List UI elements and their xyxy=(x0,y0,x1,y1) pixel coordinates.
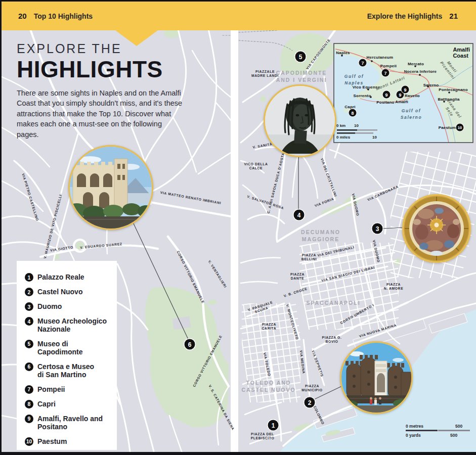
list-item: 5Museo di Capodimonte xyxy=(25,340,111,356)
item-number-badge: 6 xyxy=(25,362,33,371)
inset-scale-km-zero: 0 km xyxy=(336,123,345,128)
item-label: Amalfi, Ravello and Positano xyxy=(37,415,103,431)
header-right: Explore the Highlights 21 xyxy=(367,12,458,20)
item-number-badge: 10 xyxy=(25,437,33,446)
list-item: 1Palazzo Reale xyxy=(25,273,111,282)
item-number-badge: 4 xyxy=(25,317,33,326)
list-item: 6Certosa e Museo di San Martino xyxy=(25,362,111,379)
intro-block: EXPLORE THE HIGHLIGHTS There are some si… xyxy=(17,41,193,140)
list-item: 7Pompeii xyxy=(25,385,111,394)
inset-map-title: Amalfi Coast xyxy=(453,47,473,59)
bronze-statue-art xyxy=(265,86,335,156)
item-number-badge: 5 xyxy=(25,340,33,348)
inset-scale-miles-zero: 0 miles xyxy=(336,135,350,140)
item-label: Duomo xyxy=(37,302,62,311)
item-label: Museo Archeologico Nazionale xyxy=(37,317,107,334)
section-title-left: Top 10 Highlights xyxy=(34,12,93,20)
scale-metres-value: 500 xyxy=(455,424,462,429)
header-left: 20 Top 10 Highlights xyxy=(18,12,93,20)
list-item: 2Castel Nuovo xyxy=(25,288,111,296)
castel-nuovo-photo xyxy=(340,341,413,414)
item-label: Museo di Capodimonte xyxy=(37,340,111,356)
certosa-san-martino-photo xyxy=(68,145,153,230)
item-number-badge: 7 xyxy=(25,385,33,394)
highlights-list: 1Palazzo Reale2Castel Nuovo3Duomo4Museo … xyxy=(25,273,111,446)
bottom-edge-bar xyxy=(0,452,476,455)
scale-yards-zero: 0 yards xyxy=(406,433,421,438)
item-number-badge: 9 xyxy=(25,415,33,423)
item-label: Paestum xyxy=(37,437,67,446)
list-item: 8Capri xyxy=(25,400,111,408)
page-number-left: 20 xyxy=(18,12,27,20)
top-edge-bar xyxy=(0,0,476,2)
item-label: Palazzo Reale xyxy=(37,273,84,282)
list-item: 10Paestum xyxy=(25,437,111,446)
item-label: Certosa e Museo di San Martino xyxy=(37,362,94,379)
item-number-badge: 3 xyxy=(25,302,33,311)
page-header: 20 Top 10 Highlights Explore the Highlig… xyxy=(0,2,476,30)
list-item: 3Duomo xyxy=(25,302,111,311)
inset-scale-miles-value: 10 xyxy=(372,135,377,140)
dome-fresco-art xyxy=(404,196,469,261)
intro-paragraph: There are some sights in Naples and on t… xyxy=(17,88,185,140)
page-number-right: 21 xyxy=(449,12,458,20)
list-item: 9Amalfi, Ravello and Positano xyxy=(25,415,111,431)
certosa-photo-art xyxy=(70,147,152,229)
castel-nuovo-art xyxy=(341,343,411,413)
item-label: Castel Nuovo xyxy=(37,288,82,296)
scale-yards-value: 500 xyxy=(450,433,457,438)
item-label: Pompeii xyxy=(37,385,65,394)
highlights-legend-box: 1Palazzo Reale2Castel Nuovo3Duomo4Museo … xyxy=(17,261,117,450)
item-label: Capri xyxy=(37,400,56,408)
inset-scale-km-value: 10 xyxy=(354,123,359,128)
item-number-badge: 2 xyxy=(25,288,33,296)
list-item: 4Museo Archeologico Nazionale xyxy=(25,317,111,334)
page-title-line1: EXPLORE THE xyxy=(17,41,193,56)
page-title-line2: HIGHLIGHTS xyxy=(17,58,193,81)
left-edge-bar xyxy=(0,0,2,455)
book-spread: VIA PIETRO CASTELLINOV. MAURIZIO DE VITO… xyxy=(0,0,476,455)
section-title-right: Explore the Highlights xyxy=(367,12,443,20)
item-number-badge: 1 xyxy=(25,273,33,282)
item-number-badge: 8 xyxy=(25,400,33,408)
duomo-dome-fresco-photo xyxy=(402,194,471,263)
bronze-statue-photo xyxy=(264,84,336,157)
scale-metres-zero: 0 metres xyxy=(406,424,423,429)
